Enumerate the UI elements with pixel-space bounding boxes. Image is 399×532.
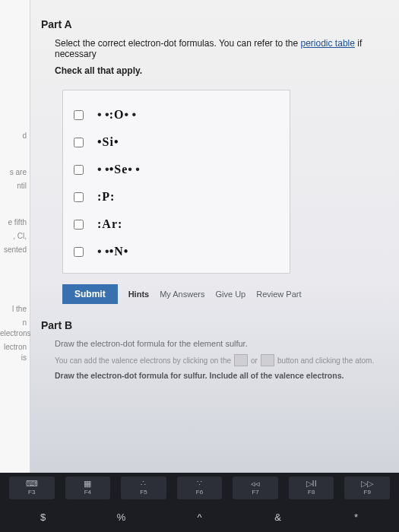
key-label: F8 [308,489,315,496]
part-b-title: Part B [41,319,399,331]
hints-link[interactable]: Hints [128,290,150,299]
give-up-link[interactable]: Give Up [215,290,245,299]
key-label: F3 [28,489,35,496]
option-checkbox[interactable] [74,110,84,120]
review-part-link[interactable]: Review Part [256,290,301,299]
keyboard: ⌨F3▦F4∴F5∵F6◃◃F7▷IIF8▷▷F9 $%^&* [0,473,399,532]
option-row: • •:O• • [74,101,279,128]
lewis-structure: • •:O• • [97,108,136,122]
fn-key: ▷▷F9 [344,477,390,499]
fn-key: ▦F4 [65,477,111,499]
electron-tool-icon [234,354,248,366]
option-checkbox[interactable] [74,247,84,257]
my-answers-link[interactable]: My Answers [160,290,204,299]
symbol-key: % [87,511,155,523]
key-label: F6 [196,489,203,496]
option-row: • ••Se• • [74,156,279,183]
key-label: F4 [84,489,91,496]
option-checkbox[interactable] [74,192,84,202]
part-a-prompt: Select the correct electron-dot formulas… [55,38,399,59]
key-glyph-icon: ∴ [141,480,146,488]
sidebar-fragments: d s are ntil e fifth , Cl, sented l the … [0,0,30,473]
lewis-structure: :Ar: [97,217,122,231]
key-glyph-icon: ∵ [197,480,202,488]
option-row: •Si• [74,128,279,156]
fn-key: ⌨F3 [9,477,55,499]
key-label: F5 [140,489,147,496]
lewis-structure: •Si• [97,135,119,149]
part-a-title: Part A [41,18,399,30]
options-box: • •:O• ••Si•• ••Se• •:P::Ar:• ••N• [62,90,290,274]
submit-button[interactable]: Submit [62,284,118,304]
part-b-line1: Draw the electron-dot formula for the el… [55,339,399,348]
key-glyph-icon: ⌨ [26,480,38,488]
option-row: :Ar: [74,211,279,238]
option-row: :P: [74,183,279,211]
key-glyph-icon: ▷II [306,480,317,488]
symbol-key: $ [9,511,77,523]
symbol-key: ^ [166,511,233,523]
lewis-structure: :P: [97,190,115,204]
fn-key: ∴F5 [121,477,166,499]
symbol-key: & [244,511,312,523]
key-glyph-icon: ▦ [84,480,91,488]
periodic-table-link[interactable]: periodic table [301,38,355,49]
fn-key: ∵F6 [177,477,223,499]
check-all-label: Check all that apply. [55,65,399,76]
option-checkbox[interactable] [74,220,84,230]
symbol-key: * [322,511,390,523]
option-checkbox[interactable] [74,165,84,175]
key-label: F7 [252,489,258,496]
lewis-structure: • ••Se• • [97,163,140,176]
option-row: • ••N• [74,238,279,265]
key-glyph-icon: ◃◃ [251,480,260,488]
part-b-line3: Draw the electron-dot formula for sulfur… [55,371,399,380]
lewis-structure: • ••N• [97,245,128,258]
part-b-line2: You can add the valence electrons by cli… [55,354,399,366]
option-checkbox[interactable] [74,138,84,147]
key-label: F9 [364,489,371,496]
electron-tool-icon-2 [261,354,274,366]
key-glyph-icon: ▷▷ [361,480,373,488]
fn-key: ◃◃F7 [233,477,278,499]
fn-key: ▷IIF8 [289,477,334,499]
